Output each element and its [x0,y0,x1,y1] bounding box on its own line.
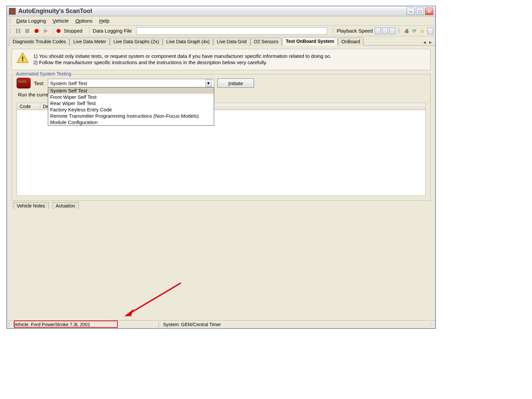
playback-speed-slider[interactable] [389,28,395,34]
refresh-icon[interactable]: ⟳ [411,28,417,34]
tabstrip: Diagnostic Trouble Codes Live Data Meter… [7,36,435,46]
svg-text:!: ! [22,55,24,63]
playback-speed-slider[interactable] [382,28,388,34]
menu-data-logging[interactable]: Data Logging [14,17,49,24]
stop-button[interactable] [24,27,31,35]
separator [53,27,53,35]
app-window: AutoEnginuity's ScanTool – □ ✕ Data Logg… [7,6,436,329]
test-option[interactable]: Module Configuration [48,119,214,125]
separator [333,27,333,35]
bottom-tabstrip: Vehicle Notes Actuation [12,201,431,209]
titlebar: AutoEnginuity's ScanTool – □ ✕ [7,6,435,16]
cancel-icon[interactable]: ⦸ [419,28,425,34]
tab-live-data-meter[interactable]: Live Data Meter [69,38,110,46]
tab-test-onboard-system[interactable]: Test OnBoard System [282,37,337,46]
toolbar: Stopped Data Logging File Playback Speed… [7,26,435,36]
status-vehicle: Vehicle: Ford PowerStroke 7.3L 2001 [11,322,92,327]
tab-scroll-right-icon[interactable]: ▸ [428,39,433,45]
tab-live-data-graphs-2x[interactable]: Live Data Graphs (2x) [110,38,163,46]
test-option[interactable]: Rear Wiper Self Test [48,100,214,106]
test-option[interactable]: Front Wiper Self Test [48,94,214,100]
maximize-button[interactable]: □ [416,8,424,15]
toolbar-grip-icon [398,28,400,34]
status-system: System: GEM/Central Timer [161,322,223,327]
record-button[interactable] [33,27,40,35]
test-select-value: System Self Test [50,80,87,86]
playback-speed-slider[interactable] [375,28,381,34]
chevron-down-icon: ▾ [205,79,212,87]
test-option[interactable]: Remote Transmitter Programming Instructi… [48,113,214,119]
menubar: Data Logging Vehicle Options Help [7,16,435,26]
minimize-button[interactable]: – [407,8,415,15]
menu-options[interactable]: Options [73,17,95,24]
tab-o2-sensors[interactable]: O2 Sensors [250,38,282,46]
separator [89,27,89,35]
data-logging-file-label: Data Logging File [93,28,132,34]
tab-vehicle-notes[interactable]: Vehicle Notes [13,202,49,209]
tab-scroll-left-icon[interactable]: ◂ [422,39,427,45]
play-button[interactable] [42,27,50,35]
tab-live-data-grid[interactable]: Live Data Grid [213,38,250,46]
column-header-code[interactable]: Code [17,103,40,110]
tab-actuation[interactable]: Actuation [52,202,79,209]
warning-line-1: 1) You should only initiate tests, or re… [33,53,331,59]
test-label: Test: [34,80,45,86]
record-status-icon [57,29,61,33]
group-legend: Automated System Testing [15,71,72,76]
toolbar-overflow[interactable] [427,28,433,34]
warning-line-2: 2) Follow the manufacturer specific inst… [33,60,331,65]
toolbar-grip-icon [9,18,11,24]
resize-grip-icon[interactable]: .:: [429,322,434,327]
test-option[interactable]: Factory Keyless Entry Code [48,106,214,113]
tab-diagnostic-trouble-codes[interactable]: Diagnostic Trouble Codes [9,38,69,46]
print-icon[interactable]: 🖨 [403,28,409,34]
content-area: ! 1) You should only initiate tests, or … [7,46,435,320]
automated-system-testing-group: Automated System Testing Test: System Se… [12,74,431,201]
record-status-label: Stopped [64,28,82,34]
data-logging-file-field[interactable] [136,27,327,35]
statusbar: Vehicle: Ford PowerStroke 7.3L 2001 Syst… [7,320,435,328]
menu-vehicle[interactable]: Vehicle [50,17,71,24]
test-select-dropdown: System Self Test Front Wiper Self Test R… [48,87,214,126]
window-title: AutoEnginuity's ScanTool [18,8,407,15]
warning-icon: ! [17,53,29,63]
app-icon [9,8,16,15]
pause-button[interactable] [14,27,22,35]
tab-live-data-graph-4x[interactable]: Live Data Graph (4x) [163,38,213,46]
tab-onboard[interactable]: OnBoard [338,38,364,46]
test-select[interactable]: System Self Test ▾ [48,79,214,87]
playback-speed-label: Playback Speed [337,28,373,34]
toolbar-grip-icon [9,28,11,34]
chip-icon [17,78,31,88]
warning-panel: ! 1) You should only initiate tests, or … [12,49,431,70]
close-button[interactable]: ✕ [425,8,433,15]
test-option[interactable]: System Self Test [48,87,214,94]
initiate-button[interactable]: Initiate [217,78,254,88]
menu-help[interactable]: Help [96,17,112,24]
